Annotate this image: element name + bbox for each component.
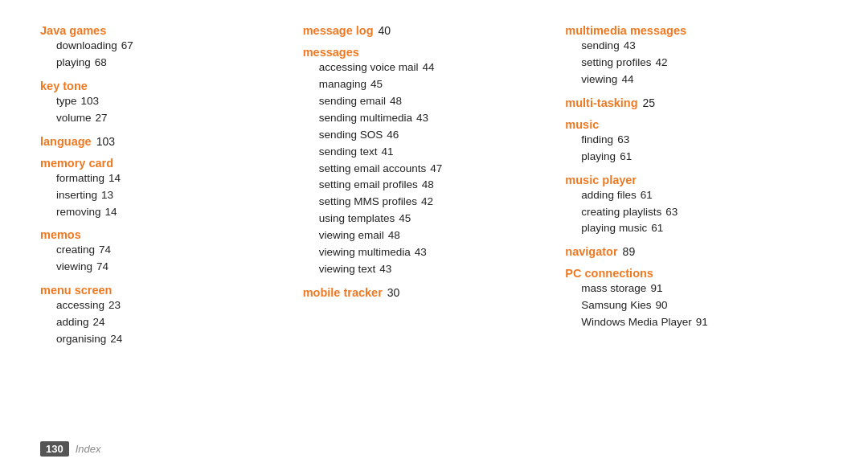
list-item-num: 63 [617, 132, 629, 149]
section-sub-items: downloading67playing68 [40, 38, 295, 72]
list-item-label: setting email accounts [319, 161, 427, 178]
list-item-num: 45 [399, 211, 411, 227]
list-item: using templates45 [319, 211, 558, 227]
list-item-label: removing [56, 204, 101, 221]
list-item-label: volume [56, 110, 92, 127]
list-item: type103 [56, 93, 295, 110]
list-item: Samsung Kies90 [581, 297, 820, 314]
list-item-label: inserting [56, 187, 97, 204]
section-sub-items: creating74viewing74 [40, 242, 295, 276]
list-item-num: 45 [371, 76, 383, 93]
list-item: setting email accounts47 [319, 161, 558, 178]
list-item-label: sending text [319, 144, 378, 161]
list-item: playing68 [56, 55, 295, 72]
section-heading-row: Java games [40, 24, 295, 38]
list-item-num: 68 [95, 55, 107, 72]
index-section: Java gamesdownloading67playing68 [40, 24, 295, 72]
section-heading-row: key tone [40, 80, 295, 93]
index-section: messagesaccessing voice mail44managing45… [303, 46, 558, 278]
list-item-label: Windows Media Player [581, 314, 691, 331]
list-item-num: 43 [379, 261, 391, 278]
list-item-num: 46 [387, 127, 399, 144]
list-item-label: playing [581, 149, 616, 166]
index-section: PC connectionsmass storage91Samsung Kies… [565, 267, 820, 331]
list-item-label: downloading [56, 38, 117, 55]
list-item-num: 48 [422, 177, 434, 194]
list-item: accessing23 [56, 297, 295, 314]
section-heading: menu screen [40, 284, 112, 297]
column-col1: Java gamesdownloading67playing68key tone… [40, 24, 303, 356]
list-item: sending SOS46 [319, 127, 558, 144]
list-item-num: 48 [388, 227, 400, 244]
list-item-num: 44 [621, 72, 633, 88]
list-item: managing45 [319, 76, 558, 93]
section-sub-items: mass storage91Samsung Kies90Windows Medi… [565, 281, 820, 331]
index-section: multi-tasking25 [565, 96, 820, 110]
index-section: menu screenaccessing23adding24organising… [40, 284, 295, 348]
list-item-label: viewing [56, 259, 92, 276]
section-heading: Java games [40, 24, 106, 37]
index-section: navigator89 [565, 245, 820, 259]
section-heading-row: language103 [40, 135, 295, 149]
list-item-label: creating [56, 242, 95, 259]
footer: 130 Index [40, 441, 101, 457]
section-heading: multi-tasking [565, 96, 637, 109]
list-item-num: 43 [624, 38, 636, 55]
list-item-num: 43 [416, 110, 428, 127]
list-item-label: type [56, 93, 77, 110]
section-heading: memory card [40, 157, 113, 170]
list-item-num: 23 [108, 297, 121, 314]
list-item: viewing44 [581, 72, 820, 88]
list-item-num: 74 [96, 259, 108, 276]
list-item-num: 63 [665, 204, 678, 221]
list-item-label: mass storage [581, 281, 646, 297]
page-number: 130 [40, 441, 69, 457]
list-item: volume27 [56, 110, 295, 127]
section-heading: mobile tracker [303, 286, 383, 299]
section-heading-num: 103 [96, 135, 115, 148]
list-item-num: 43 [415, 244, 427, 261]
section-heading-row: memos [40, 228, 295, 242]
list-item-label: finding [581, 132, 613, 149]
list-item-label: Samsung Kies [581, 297, 651, 314]
list-item: removing14 [56, 204, 295, 221]
list-item-num: 91 [650, 281, 662, 297]
list-item: mass storage91 [581, 281, 820, 297]
list-item: sending multimedia43 [319, 110, 558, 127]
list-item: inserting13 [56, 187, 295, 204]
list-item-num: 24 [93, 314, 105, 331]
list-item: formatting14 [56, 170, 295, 187]
index-section: memory cardformatting14inserting13removi… [40, 157, 295, 221]
list-item-label: setting profiles [581, 55, 651, 72]
index-section: mobile tracker30 [303, 286, 558, 300]
list-item: creating playlists63 [581, 204, 820, 221]
page: Java gamesdownloading67playing68key tone… [0, 0, 868, 471]
list-item-label: formatting [56, 170, 104, 187]
list-item: viewing text43 [319, 261, 558, 278]
section-heading: music [565, 118, 599, 131]
list-item-num: 48 [390, 93, 402, 110]
section-heading: key tone [40, 80, 88, 92]
section-heading: messages [303, 46, 359, 59]
list-item-label: playing music [581, 220, 647, 237]
index-section: music playeradding files61creating playl… [565, 174, 820, 238]
list-item-label: using templates [319, 211, 395, 227]
index-section: key tonetype103volume27 [40, 80, 295, 127]
list-item: sending email48 [319, 93, 558, 110]
list-item: adding24 [56, 314, 295, 331]
section-sub-items: adding files61creating playlists63playin… [565, 187, 820, 238]
index-columns: Java gamesdownloading67playing68key tone… [40, 24, 828, 356]
list-item-num: 67 [121, 38, 133, 55]
list-item-label: accessing voice mail [319, 59, 419, 76]
section-heading-row: multi-tasking25 [565, 96, 820, 110]
list-item: finding63 [581, 132, 820, 149]
list-item: sending43 [581, 38, 820, 55]
list-item: viewing multimedia43 [319, 244, 558, 261]
section-sub-items: accessing23adding24organising24 [40, 297, 295, 348]
list-item-label: viewing multimedia [319, 244, 411, 261]
list-item: Windows Media Player91 [581, 314, 820, 331]
list-item-label: setting MMS profiles [319, 194, 417, 211]
section-heading: navigator [565, 245, 617, 258]
list-item-num: 27 [96, 110, 108, 127]
section-sub-items: accessing voice mail44managing45sending … [303, 59, 558, 278]
